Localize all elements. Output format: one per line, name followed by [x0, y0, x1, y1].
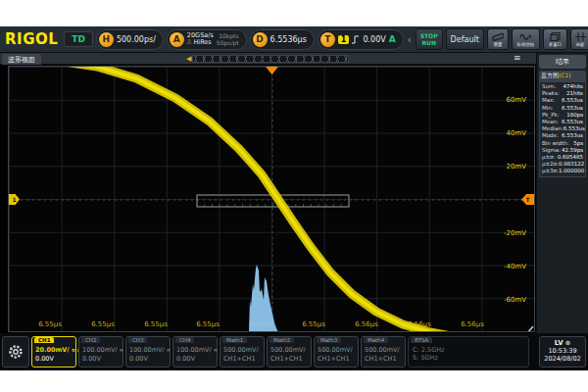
- bw-limit-icon: ≡: [120, 347, 123, 353]
- channel-tab: CH4: [175, 337, 194, 343]
- horizontal-scale-value: 500.00ps/: [117, 35, 156, 44]
- acquisition-control[interactable]: A 20GSa/s ⎍ HiRes 10kpts 50ps/pt: [167, 29, 247, 50]
- measure-label: 测量: [493, 41, 502, 46]
- math-tab: Math3: [317, 337, 341, 343]
- results-title: 结果: [539, 55, 586, 69]
- multi-window-label: 多窗口: [549, 41, 563, 46]
- math-tab: Math2: [270, 337, 294, 343]
- sample-resolution: 50ps/pt: [217, 39, 239, 46]
- stat-row: Sum:474hits: [542, 83, 583, 90]
- stat-row: Peaks:21hits: [542, 90, 583, 97]
- rtsa-box[interactable]: RTSA C: 2.5GHz S: 5GHz: [408, 336, 529, 368]
- rtsa-span: S: 5GHz: [413, 354, 524, 362]
- trigger-source-badge: 1: [338, 35, 350, 44]
- memory-depth: 10kpts: [217, 32, 239, 39]
- window-cube-icon: [550, 31, 561, 41]
- bw-limit-icon: ≡: [72, 347, 75, 353]
- sample-control-label: 采样控制: [516, 41, 534, 46]
- cursor-label: 光标: [576, 41, 585, 46]
- stat-row: Min:6.553us: [542, 105, 583, 112]
- histogram-tab-source: (C1): [559, 72, 571, 78]
- channel-bar: CH1 20.00mV/≡Ω 0.00V CH2 100.00mV/≡ 0.00…: [0, 333, 588, 370]
- delay-control[interactable]: D 6.5536µs: [250, 29, 315, 50]
- rtsa-tab: RTSA: [411, 337, 432, 343]
- channel-tab: CH1: [34, 337, 54, 343]
- waveform-arrow-icon: [519, 31, 532, 41]
- trigger-knob-icon[interactable]: T: [320, 32, 335, 47]
- acquisition-knob-icon[interactable]: A: [170, 32, 184, 47]
- clock-date: 2024/08/02: [540, 355, 585, 363]
- histogram-stats-panel[interactable]: Sum:474hits Peaks:21hits Max:6.553us Min…: [539, 81, 586, 177]
- channel-tab: CH3: [128, 337, 147, 343]
- run-stop-label-run: RUN: [421, 39, 436, 46]
- stat-row: Median:6.553us: [542, 125, 583, 132]
- trigger-control[interactable]: T 1 0.00V A: [318, 29, 404, 50]
- bw-limit-icon: ≡: [214, 347, 218, 353]
- stat-row: Mode:6.553us: [542, 132, 583, 139]
- delay-knob-icon[interactable]: D: [253, 32, 268, 47]
- run-stop-label-stop: STOP: [420, 32, 438, 39]
- lan-status-badge: LV: [555, 339, 564, 347]
- trigger-level-value: 0.00V: [363, 35, 385, 44]
- math-box-math4[interactable]: Math4 500.00mV/ CH1+CH1: [361, 336, 406, 368]
- ruler-icon: [492, 31, 504, 41]
- histogram-tab-label: 直方图: [541, 72, 559, 78]
- results-sidebar: 结果 直方图(C1) Sum:474hits Peaks:21hits Max:…: [536, 53, 588, 333]
- oscilloscope-screen: RIGOL TD H 500.00ps/ A 20GSa/s ⎍ HiRes 1…: [0, 26, 588, 370]
- stat-row: µ±σ:0.605485: [542, 154, 583, 161]
- memory-preview-bar[interactable]: [192, 55, 349, 63]
- network-icon: ⊕: [565, 339, 570, 347]
- toolbar-scroll-left-icon[interactable]: ‹: [407, 34, 413, 45]
- channel-tab: CH2: [81, 337, 100, 343]
- horizontal-scale-control[interactable]: H 500.00ps/: [96, 29, 164, 50]
- measure-button[interactable]: 测量: [487, 28, 509, 50]
- stat-row: Bin width:5ps: [542, 140, 583, 147]
- math-box-math3[interactable]: Math3 500.00mV/ CH1+CH1: [314, 336, 359, 368]
- channel-box-ch3[interactable]: CH3 100.00mV/≡ 0.00V: [125, 336, 171, 368]
- math-tab: Math4: [364, 337, 388, 343]
- stat-row: Pk_Pk:180ps: [542, 112, 583, 119]
- view-tab-strip: 波形视图 ◀ ≡: [0, 53, 536, 65]
- trigger-sweep-mode: A: [389, 34, 396, 44]
- graticule[interactable]: 60mV 40mV 20mV -20mV -40mV -60mV 6.55µs …: [8, 66, 535, 332]
- math-box-math1[interactable]: Math1 500.00mV/ CH1+CH1: [220, 336, 265, 368]
- trigger-slope-icon: [352, 35, 360, 44]
- stat-row: Max:6.553us: [542, 97, 583, 104]
- rtsa-center-freq: C: 2.5GHz: [413, 346, 524, 354]
- tab-waveform-view[interactable]: 波形视图: [2, 54, 41, 65]
- math-tab: Math1: [222, 337, 247, 343]
- multi-window-button[interactable]: 多窗口: [543, 28, 567, 50]
- gear-icon: [8, 344, 24, 360]
- waveform-svg: [9, 67, 535, 332]
- waveform-area: 60mV 40mV 20mV -20mV -40mV -60mV 6.55µs …: [0, 65, 536, 333]
- run-stop-button[interactable]: STOP RUN: [416, 28, 443, 50]
- default-button-label: Default: [451, 35, 479, 44]
- channel-box-ch1[interactable]: CH1 20.00mV/≡Ω 0.00V: [31, 336, 76, 368]
- cursor-crosshair-icon: [575, 31, 586, 41]
- acquire-mode: ⎍ HiRes: [187, 39, 214, 46]
- stat-row: µ±2σ:0.983122: [542, 161, 583, 168]
- delay-value: 6.5536µs: [270, 35, 307, 44]
- cursor-button[interactable]: 光标: [570, 28, 588, 50]
- channel-box-ch2[interactable]: CH2 100.00mV/≡ 0.00V: [78, 336, 123, 368]
- stat-row: Mean:6.553us: [542, 119, 583, 125]
- clock-time: 10:53:39: [540, 347, 585, 355]
- stat-row: µ±3σ:1.000000: [542, 168, 583, 174]
- bw-limit-icon: ≡: [167, 347, 171, 353]
- strip-menu-icon[interactable]: ≡: [514, 53, 521, 63]
- sample-control-button[interactable]: 采样控制: [512, 28, 540, 50]
- horizontal-knob-icon[interactable]: H: [99, 32, 114, 47]
- default-button[interactable]: Default: [446, 28, 484, 50]
- system-status-box[interactable]: LV ⊕ 10:53:39 2024/08/02: [539, 336, 586, 368]
- preview-position-icon[interactable]: ◀: [186, 55, 191, 63]
- trigger-status-badge: TD: [64, 31, 93, 47]
- math-box-math2[interactable]: Math2 500.00mV/ CH1+CH1: [267, 336, 312, 368]
- stat-row: Sigma:42.59ps: [542, 147, 583, 154]
- rigol-logo: RIGOL: [2, 30, 61, 48]
- channel-box-ch4[interactable]: CH4 100.00mV/≡ 0.00V: [172, 336, 218, 368]
- settings-button[interactable]: [2, 336, 29, 368]
- top-toolbar: RIGOL TD H 500.00ps/ A 20GSa/s ⎍ HiRes 1…: [0, 26, 588, 53]
- histogram-tab[interactable]: 直方图(C1): [539, 71, 586, 81]
